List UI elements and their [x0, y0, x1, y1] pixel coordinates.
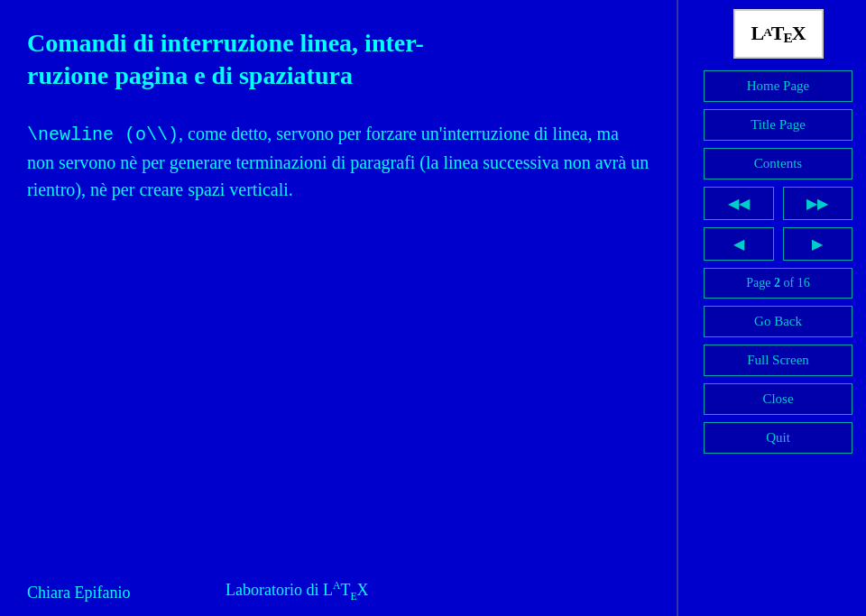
contents-button[interactable]: Contents	[704, 148, 852, 179]
single-arrow-row: ◀ ▶	[704, 227, 852, 261]
title-line-1: Comandi di interruzione linea, inter-	[27, 29, 424, 57]
footer-lab-text: Laboratorio di LATEX	[226, 581, 369, 599]
main-content: Comandi di interruzione linea, inter- ru…	[0, 0, 677, 616]
page-prefix: Page	[746, 276, 774, 290]
close-button[interactable]: Close	[704, 383, 852, 415]
latex-logo: LATEX	[733, 9, 824, 59]
footer-lab: Laboratorio di LATEX	[226, 580, 369, 602]
sidebar: LATEX Home Page Title Page Contents ◀◀ ▶…	[690, 0, 866, 616]
forward-button[interactable]: ▶	[783, 227, 853, 261]
double-back-button[interactable]: ◀◀	[704, 187, 774, 220]
page-info: Page 2 of 16	[704, 268, 852, 299]
page-current: 2	[774, 276, 780, 290]
back-button[interactable]: ◀	[704, 227, 774, 261]
main-body: \newline (o\\), come detto, servono per …	[27, 120, 650, 203]
page-total: 16	[797, 276, 810, 290]
footer-author: Chiara Epifanio	[27, 584, 130, 602]
main-title: Comandi di interruzione linea, inter- ru…	[27, 27, 650, 93]
go-back-button[interactable]: Go Back	[704, 306, 852, 337]
title-page-button[interactable]: Title Page	[704, 109, 852, 141]
vertical-divider	[677, 0, 678, 616]
title-line-2: ruzione pagina e di spaziatura	[27, 61, 353, 89]
full-screen-button[interactable]: Full Screen	[704, 345, 852, 376]
double-arrow-row: ◀◀ ▶▶	[704, 187, 852, 220]
author-name: Chiara Epifanio	[27, 584, 130, 602]
double-forward-button[interactable]: ▶▶	[783, 187, 853, 220]
quit-button[interactable]: Quit	[704, 422, 852, 454]
latex-logo-text: LATEX	[751, 22, 805, 46]
page-of: of	[780, 276, 797, 290]
code-newline: \newline (o\\)	[27, 124, 179, 145]
home-page-button[interactable]: Home Page	[704, 70, 852, 102]
